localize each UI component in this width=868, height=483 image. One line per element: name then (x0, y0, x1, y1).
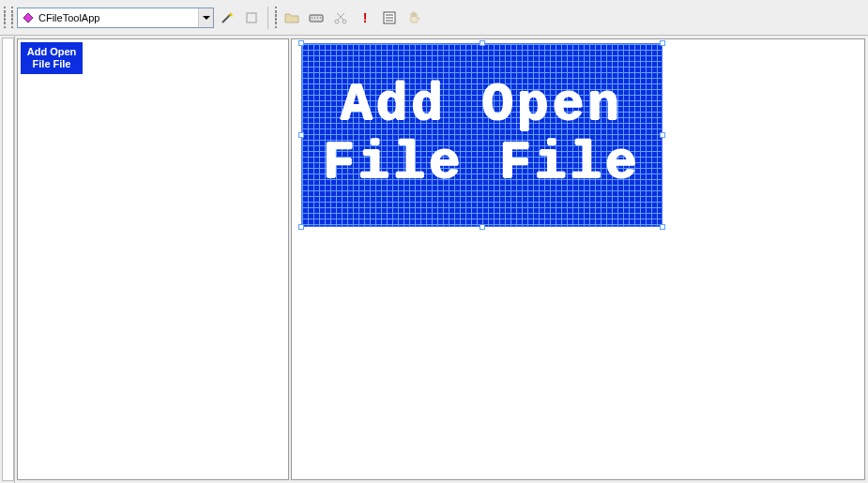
bitmap-text-line: Add Open (341, 77, 623, 135)
thumb-text: Add (27, 47, 47, 57)
svg-text:!: ! (363, 10, 368, 25)
svg-point-9 (335, 20, 339, 23)
bitmap-text-line: File File (323, 135, 640, 193)
svg-point-10 (343, 20, 346, 23)
svg-marker-1 (203, 16, 210, 20)
svg-line-11 (338, 13, 344, 20)
toolbar-editor-fragment: ! (273, 5, 425, 31)
toolbar-left-fragment (2, 5, 8, 31)
class-combo[interactable]: CFileToolApp (17, 8, 214, 28)
toolbar: CFileToolApp ! (0, 0, 868, 36)
resize-handle-sw[interactable] (298, 224, 304, 230)
bitmap[interactable]: Add Open File File (301, 43, 662, 227)
toolbar-grip[interactable] (273, 5, 279, 31)
diamond-icon (22, 11, 35, 24)
thumb-text: File (33, 59, 51, 69)
bang-icon[interactable]: ! (354, 7, 376, 29)
class-combo-text: CFileToolApp (38, 12, 198, 23)
thumb-text: Open (50, 47, 76, 57)
chevron-down-icon[interactable] (198, 8, 213, 27)
svg-marker-0 (23, 13, 33, 23)
resize-handle-n[interactable] (480, 40, 485, 46)
svg-line-2 (222, 14, 231, 23)
toolbar-separator (267, 7, 268, 29)
resize-handle-nw[interactable] (298, 40, 304, 46)
resize-handle-ne[interactable] (660, 40, 665, 46)
scissors-icon (329, 7, 352, 29)
left-gutter (0, 36, 15, 483)
bitmap-selection[interactable]: Add Open File File (301, 43, 662, 227)
toolbar-grip[interactable] (9, 5, 15, 31)
bitmap-thumbnail[interactable]: Add Open File File (22, 43, 82, 73)
bitmap-editor[interactable]: Add Open File File (291, 38, 865, 480)
svg-line-12 (337, 13, 343, 20)
workspace: Add Open File File Add Open File File (0, 36, 868, 483)
keyboard-icon[interactable] (305, 7, 327, 29)
toolbar-grip[interactable] (2, 5, 8, 31)
resource-list-panel[interactable]: Add Open File File (17, 38, 289, 480)
svg-rect-3 (247, 13, 256, 23)
resize-handle-se[interactable] (660, 224, 665, 230)
list-icon[interactable] (378, 7, 401, 29)
resize-handle-w[interactable] (298, 132, 304, 138)
resize-handle-s[interactable] (480, 224, 485, 230)
toolbar-class-combo-fragment: CFileToolApp (9, 5, 263, 31)
hand-icon (403, 7, 425, 29)
folder-icon (281, 7, 303, 29)
wand-icon[interactable] (216, 7, 238, 29)
thumb-text: File (53, 59, 71, 69)
resize-handle-e[interactable] (660, 132, 665, 138)
unknown-icon (240, 7, 263, 29)
